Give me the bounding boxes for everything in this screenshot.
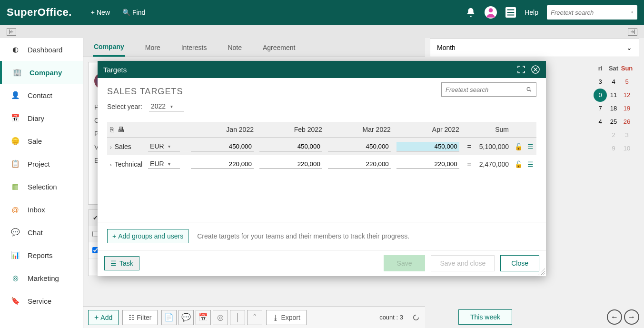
find-button[interactable]: 🔍Find bbox=[122, 9, 145, 16]
copy-icon[interactable]: ⎘ bbox=[110, 126, 114, 133]
sidebar-item-service[interactable]: 🔖Service bbox=[0, 289, 83, 312]
chevron-down-icon: ⌄ bbox=[626, 44, 632, 51]
bell-icon[interactable] bbox=[466, 7, 476, 18]
sidebar-item-reports[interactable]: 📊Reports bbox=[0, 244, 83, 267]
sidebar-item-contact[interactable]: 👤Contact bbox=[0, 84, 83, 107]
menu-icon[interactable] bbox=[505, 7, 516, 18]
chat-icon: 💬 bbox=[10, 227, 21, 238]
value-input[interactable] bbox=[396, 142, 459, 151]
unlock-icon[interactable]: 🔓 bbox=[515, 143, 521, 149]
app-logo: SuperOffice. bbox=[7, 6, 72, 19]
calendar-icon: 📅 bbox=[10, 112, 21, 124]
value-input[interactable] bbox=[191, 159, 254, 169]
add-groups-button[interactable]: +Add groups and users bbox=[107, 229, 188, 243]
search-icon bbox=[631, 8, 634, 17]
list-footer: +Add ☷Filter 📄 💬 📅 ◎ │ ˄ ⭳Export count :… bbox=[83, 306, 425, 328]
dialog-footer: ☰Task Save Save and close Close bbox=[98, 250, 546, 276]
add-button[interactable]: +Add bbox=[88, 310, 119, 325]
sidebar-item-selection[interactable]: ▦Selection bbox=[0, 175, 83, 198]
value-input[interactable] bbox=[259, 159, 322, 169]
filter-icon: ☷ bbox=[129, 314, 135, 321]
collapse-right-icon[interactable] bbox=[628, 28, 637, 36]
sidebar-item-inbox[interactable]: @Inbox bbox=[0, 198, 83, 221]
filter-button[interactable]: ☷Filter bbox=[122, 310, 158, 325]
sidebar-item-sale[interactable]: 🪙Sale bbox=[0, 129, 83, 152]
svg-point-1 bbox=[632, 11, 633, 12]
dialog-title: Targets bbox=[103, 66, 127, 74]
dialog-hint: Create targets for your teams and their … bbox=[197, 232, 409, 240]
chevron-up-icon[interactable]: ˄ bbox=[247, 310, 262, 325]
table-row: ›Sales EUR▾ = 5,100,000 🔓 ☰ bbox=[107, 138, 536, 156]
plus-icon: + bbox=[94, 313, 99, 322]
currency-selector[interactable]: EUR▾ bbox=[148, 159, 180, 169]
dialog-search-input[interactable] bbox=[446, 86, 526, 93]
chevron-down-icon: ▾ bbox=[168, 161, 170, 167]
expand-icon[interactable]: › bbox=[110, 162, 112, 168]
target-icon[interactable]: ◎ bbox=[213, 310, 228, 325]
top-header: SuperOffice. +New 🔍Find Help bbox=[0, 0, 644, 25]
fullscreen-icon[interactable] bbox=[516, 65, 526, 74]
close-icon[interactable] bbox=[531, 65, 540, 74]
export-button[interactable]: ⭳Export bbox=[266, 310, 306, 325]
sidebar-item-project[interactable]: 📋Project bbox=[0, 152, 83, 175]
tab-agreement[interactable]: Agreement bbox=[262, 39, 296, 56]
user-avatar[interactable] bbox=[485, 6, 497, 19]
task-icon: ☰ bbox=[110, 259, 117, 267]
plus-icon: + bbox=[112, 232, 116, 240]
tab-company[interactable]: Company bbox=[93, 38, 125, 57]
save-and-close-button[interactable]: Save and close bbox=[431, 255, 495, 271]
row-menu-icon[interactable]: ☰ bbox=[527, 143, 534, 149]
month-selector[interactable]: Month ⌄ bbox=[430, 38, 639, 57]
new-button[interactable]: +New bbox=[91, 9, 110, 16]
value-input[interactable] bbox=[259, 142, 322, 151]
collapse-left-icon[interactable] bbox=[7, 28, 16, 36]
tab-more[interactable]: More bbox=[144, 39, 161, 56]
doc-icon[interactable]: 📄 bbox=[161, 310, 177, 325]
print-icon[interactable]: 🖶 bbox=[118, 126, 124, 133]
targets-table: ⎘ 🖶 Jan 2022 Feb 2022 Mar 2022 Apr 2022 … bbox=[107, 122, 536, 173]
value-input[interactable] bbox=[191, 142, 254, 151]
next-arrow-icon[interactable]: → bbox=[624, 309, 639, 325]
sidebar: ◐Dashboard 🏢Company 👤Contact 📅Diary 🪙Sal… bbox=[0, 38, 83, 328]
value-input[interactable] bbox=[328, 159, 391, 169]
tab-note[interactable]: Note bbox=[227, 39, 243, 56]
tab-interests[interactable]: Interests bbox=[180, 39, 208, 56]
selection-icon: ▦ bbox=[10, 181, 21, 192]
resize-grip-icon[interactable] bbox=[538, 268, 545, 275]
refresh-icon[interactable] bbox=[412, 313, 420, 322]
calendar-icon[interactable]: 📅 bbox=[196, 310, 211, 325]
header-search[interactable] bbox=[547, 5, 637, 20]
task-button[interactable]: ☰Task bbox=[104, 256, 139, 270]
sidebar-item-dashboard[interactable]: ◐Dashboard bbox=[0, 38, 83, 61]
value-input[interactable] bbox=[396, 159, 459, 169]
building-icon: 🏢 bbox=[11, 67, 23, 78]
help-link[interactable]: Help bbox=[525, 9, 538, 16]
value-input[interactable] bbox=[328, 142, 391, 151]
chat-icon[interactable]: 💬 bbox=[178, 310, 194, 325]
currency-selector[interactable]: EUR▾ bbox=[148, 141, 180, 151]
dialog-search[interactable] bbox=[441, 82, 536, 97]
dialog-titlebar: Targets bbox=[98, 61, 546, 78]
row-menu-icon[interactable]: ☰ bbox=[527, 160, 534, 167]
chevron-down-icon: ▾ bbox=[170, 104, 173, 109]
svg-point-0 bbox=[489, 8, 493, 12]
sidebar-item-marketing[interactable]: ◎Marketing bbox=[0, 267, 83, 289]
search-icon: 🔍 bbox=[122, 9, 130, 16]
sidebar-item-company[interactable]: 🏢Company bbox=[0, 61, 83, 84]
year-selector[interactable]: 2022▾ bbox=[149, 101, 184, 111]
dialog-mid: +Add groups and users Create targets for… bbox=[98, 222, 546, 250]
gauge-icon: ◐ bbox=[10, 44, 21, 55]
side-panel-footer: This week ← → bbox=[430, 306, 639, 328]
unlock-icon[interactable]: 🔓 bbox=[515, 160, 521, 167]
sidebar-item-diary[interactable]: 📅Diary bbox=[0, 107, 83, 129]
prev-arrow-icon[interactable]: ← bbox=[607, 309, 622, 325]
download-icon: ⭳ bbox=[272, 314, 279, 321]
header-search-input[interactable] bbox=[551, 9, 631, 16]
close-button[interactable]: Close bbox=[500, 255, 539, 271]
expand-icon[interactable]: › bbox=[110, 144, 112, 150]
sidebar-item-chat[interactable]: 💬Chat bbox=[0, 221, 83, 244]
search-icon bbox=[526, 85, 532, 94]
chevron-down-icon: ▾ bbox=[168, 144, 170, 149]
this-week-button[interactable]: This week bbox=[458, 309, 512, 325]
save-button[interactable]: Save bbox=[384, 255, 426, 271]
